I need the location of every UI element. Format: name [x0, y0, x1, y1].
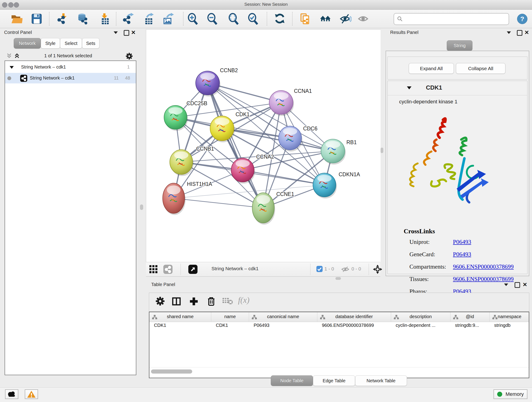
grid-view-icon[interactable]: [149, 265, 158, 274]
node-table[interactable]: shared namenamecanonical namedatabase id…: [149, 312, 529, 378]
card-expander-icon[interactable]: [407, 86, 412, 89]
cloud-button[interactable]: [5, 389, 18, 399]
network-options-gear-icon[interactable]: [125, 52, 133, 61]
node-CDKN1A[interactable]: CDKN1A: [313, 172, 360, 198]
selected-checkbox-icon[interactable]: [317, 266, 323, 273]
birdseye-view-icon[interactable]: [373, 264, 382, 275]
cell-shared-name[interactable]: CDK1: [154, 323, 210, 331]
table-scrollbar[interactable]: [151, 370, 192, 374]
collapse-all-icon[interactable]: [6, 53, 12, 58]
bottom-splitter-handle[interactable]: [336, 277, 341, 280]
results-panel-undock-icon[interactable]: [517, 30, 522, 36]
network-current-dot-icon: [7, 76, 11, 80]
network-canvas[interactable]: CCNB2CCNA1CDC25BCDK1CDC6RB1CCNB1CCNA2CDK…: [146, 29, 380, 262]
string-network-icon: [20, 75, 27, 83]
node-CCNE1[interactable]: CCNE1: [252, 191, 294, 225]
open-in-window-icon[interactable]: [188, 265, 197, 274]
zoom-in-icon[interactable]: [187, 13, 199, 25]
zoom-selected-icon[interactable]: [247, 13, 259, 25]
edge-CDK1-RB1[interactable]: [222, 128, 333, 151]
network-collection-row[interactable]: String Network – cdk1 1: [5, 62, 136, 72]
cell-@id[interactable]: stringdb:9...: [455, 323, 489, 331]
node-CDK1[interactable]: CDK1: [210, 111, 249, 142]
table-panel-float-icon[interactable]: [504, 283, 508, 286]
cell-description[interactable]: cyclin-dependent ...: [396, 323, 450, 331]
refresh-icon[interactable]: [274, 13, 286, 25]
crosslink-link[interactable]: P06493: [453, 251, 471, 258]
column-header-description[interactable]: description: [391, 312, 450, 322]
results-panel-body: Expand All Collapse All CDK1 cyclin-depe…: [386, 51, 529, 276]
show-all-icon: [358, 13, 370, 25]
tab-network[interactable]: Network: [14, 38, 41, 49]
hidden-eye-icon[interactable]: [341, 266, 349, 273]
table-gear-icon[interactable]: [155, 296, 165, 307]
node-CCNB2[interactable]: CCNB2: [196, 67, 238, 96]
column-header-@id[interactable]: @id: [450, 312, 490, 322]
network-row-selected[interactable]: String Network – cdk1 11 48: [5, 73, 136, 83]
results-tab-string[interactable]: String: [447, 40, 472, 51]
copy-network-icon[interactable]: [299, 13, 311, 25]
node-RB1[interactable]: RB1: [321, 139, 357, 165]
add-column-icon[interactable]: [189, 296, 199, 307]
tab-select[interactable]: Select: [60, 38, 82, 49]
tab-network-table[interactable]: Network Table: [355, 375, 407, 386]
export-table-icon[interactable]: [142, 13, 154, 25]
zoom-out-icon[interactable]: [206, 13, 218, 25]
show-columns-icon[interactable]: [171, 296, 182, 307]
cell-namespace[interactable]: stringdb: [494, 323, 529, 331]
control-panel-float-icon[interactable]: [114, 32, 118, 34]
search-box[interactable]: [394, 13, 509, 25]
hide-selected-icon[interactable]: [340, 13, 351, 25]
cell-name[interactable]: CDK1: [216, 323, 248, 331]
search-input[interactable]: [405, 14, 507, 23]
network-node-count: 11: [114, 75, 119, 81]
delete-column-icon[interactable]: [206, 296, 216, 307]
column-header-database-identifier[interactable]: database identifier: [317, 312, 391, 322]
crosslink-link[interactable]: 9606.ENSP00000378699: [453, 276, 514, 283]
export-image-icon[interactable]: [162, 13, 174, 25]
save-session-icon[interactable]: [31, 13, 43, 25]
help-button[interactable]: ?: [517, 14, 527, 24]
cell-canonical-name[interactable]: P06493: [254, 323, 317, 331]
node-HIST1H1A[interactable]: HIST1H1A: [163, 181, 212, 215]
import-network-database-icon[interactable]: [77, 13, 89, 25]
results-panel-float-icon[interactable]: [507, 32, 511, 34]
tab-style[interactable]: Style: [41, 38, 60, 49]
control-panel-undock-icon[interactable]: [124, 30, 129, 36]
open-session-icon[interactable]: [11, 13, 22, 25]
table-panel-close-icon[interactable]: ✕: [523, 282, 527, 287]
edge-HIST1H1A-CCNE1[interactable]: [174, 198, 263, 208]
memory-button[interactable]: Memory: [494, 389, 527, 399]
home-icon[interactable]: [320, 13, 331, 25]
tab-edge-table[interactable]: Edge Table: [313, 375, 355, 386]
node-CCNA1[interactable]: CCNA1: [269, 88, 312, 116]
column-header-namespace[interactable]: namespace: [490, 312, 529, 322]
cell-database-identifier[interactable]: 9606.ENSP00000378699: [322, 323, 390, 331]
export-network-icon[interactable]: [122, 13, 134, 25]
import-table-icon[interactable]: [98, 13, 110, 25]
expand-all-button[interactable]: Expand All: [409, 63, 454, 74]
right-splitter-handle[interactable]: [380, 148, 383, 153]
string-style-icon[interactable]: [163, 265, 172, 274]
warnings-button[interactable]: [25, 389, 38, 399]
control-panel-close-icon[interactable]: ✕: [131, 30, 136, 35]
column-header-canonical-name[interactable]: canonical name: [249, 312, 317, 322]
protein-card-header[interactable]: CDK1: [388, 81, 527, 95]
control-panel-title: Control Panel: [4, 30, 32, 35]
tree-expander-icon[interactable]: [10, 66, 14, 69]
crosslink-link[interactable]: 9606.ENSP00000378699: [453, 263, 514, 270]
tab-node-table[interactable]: Node Table: [271, 375, 313, 386]
column-header-name[interactable]: name: [211, 312, 249, 322]
zoom-fit-icon[interactable]: [228, 13, 240, 25]
left-splitter-handle[interactable]: [140, 204, 143, 210]
column-header-shared-name[interactable]: shared name: [149, 312, 211, 322]
node-CDC6[interactable]: CDC6: [279, 126, 317, 152]
table-panel-undock-icon[interactable]: [515, 282, 520, 288]
crosslink-link[interactable]: P06493: [453, 239, 471, 245]
expand-all-icon[interactable]: [14, 53, 20, 58]
collapse-all-button[interactable]: Collapse All: [456, 63, 505, 74]
import-network-file-icon[interactable]: [56, 13, 68, 25]
node-CDC25B[interactable]: CDC25B: [164, 100, 207, 131]
results-panel-close-icon[interactable]: ✕: [525, 30, 529, 35]
tab-sets[interactable]: Sets: [82, 38, 99, 49]
